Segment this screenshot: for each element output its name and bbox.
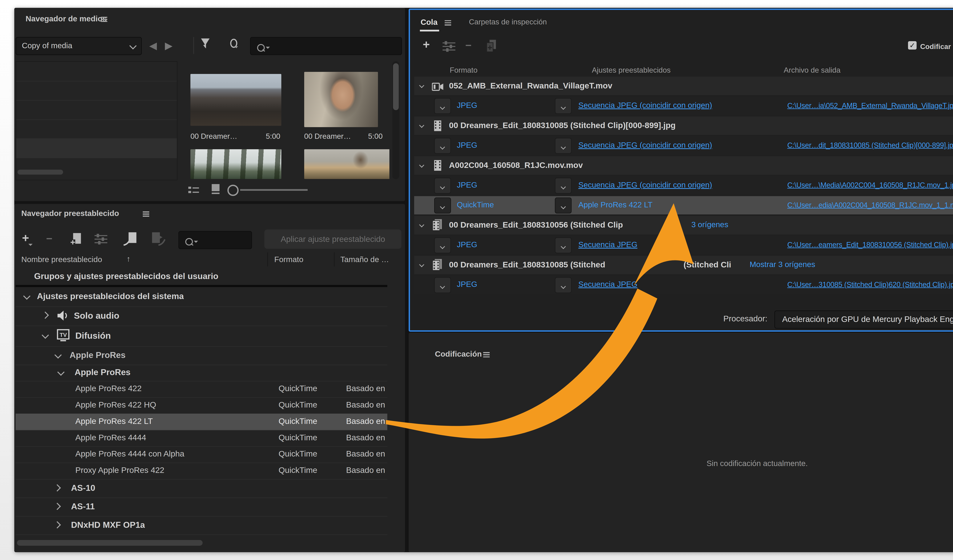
format-link[interactable]: JPEG <box>457 280 477 289</box>
add-preset-button[interactable]: + <box>22 231 29 245</box>
zoom-slider-knob[interactable] <box>227 185 239 196</box>
format-dropdown[interactable] <box>434 197 451 214</box>
preset-dropdown[interactable] <box>555 178 571 194</box>
preset-link[interactable]: Secuencia JPEG (coincidir con origen) <box>578 141 712 150</box>
sort-ascending-icon[interactable]: ↑ <box>127 254 130 264</box>
preset-dropdown[interactable] <box>555 277 571 293</box>
thumbnail-scrollbar-track[interactable] <box>392 61 399 179</box>
chevron-down-icon[interactable] <box>57 368 65 376</box>
forward-arrow-icon[interactable]: ▶ <box>165 40 172 51</box>
tab-carpetas[interactable]: Carpetas de inspección <box>469 18 547 26</box>
queue-output-row[interactable]: JPEG Secuencia JPEG (coincidir con orige… <box>414 176 953 195</box>
queue-group-row[interactable]: 00 Dreamers_Edit_1808310056 (Stitched Cl… <box>414 216 953 234</box>
sources-link[interactable]: Mostrar 3 orígenes <box>750 260 815 269</box>
apply-preset-button[interactable]: Aplicar ajuste preestablecido <box>264 230 402 249</box>
processor-select[interactable]: Aceleración por GPU de Mercury Playback … <box>775 310 953 329</box>
preset-group-apple-prores-inner[interactable]: Apple ProRes <box>16 365 387 382</box>
output-path-link[interactable]: C:\User…\Media\A002C004_160508_R1JC.mov_… <box>787 181 953 189</box>
preset-link[interactable]: Secuencia JPEG (coincidir con origen) <box>578 180 712 189</box>
queue-output-row-selected[interactable]: QuickTime Apple ProRes 422 LT C:\User…ed… <box>414 196 953 215</box>
queue-group-row[interactable]: 00 Dreamers_Edit_1808310085 (Stitched (S… <box>414 256 953 274</box>
chevron-down-icon[interactable] <box>419 83 424 88</box>
list-row[interactable] <box>16 81 177 101</box>
horizontal-scrollbar[interactable] <box>17 170 63 175</box>
add-item-button[interactable]: + <box>423 37 430 51</box>
preset-group-solo-audio[interactable]: Solo audio <box>16 306 387 326</box>
format-dropdown[interactable] <box>434 178 451 194</box>
clip-thumbnail-portrait[interactable] <box>304 72 378 127</box>
media-source-select[interactable]: Copy of media <box>16 37 142 55</box>
chevron-down-icon[interactable] <box>54 352 62 359</box>
format-dropdown[interactable] <box>434 98 451 114</box>
list-row[interactable] <box>16 119 177 139</box>
preset-link[interactable]: Secuencia JPEG <box>578 240 637 249</box>
remove-preset-button[interactable]: − <box>46 232 53 245</box>
list-view-icon[interactable] <box>188 185 200 198</box>
format-link[interactable]: JPEG <box>457 240 477 249</box>
chevron-down-icon[interactable] <box>419 163 424 168</box>
list-row[interactable] <box>16 62 177 82</box>
format-link[interactable]: JPEG <box>457 180 477 189</box>
format-dropdown[interactable] <box>434 237 451 253</box>
clip-thumbnail-desert[interactable] <box>190 74 281 126</box>
chevron-down-icon[interactable] <box>42 332 49 339</box>
panel-menu-icon[interactable] <box>101 16 107 23</box>
list-row[interactable] <box>16 100 177 120</box>
output-path-link[interactable]: C:\User…eamers_Edit_1808310056 (Stitched… <box>787 241 953 249</box>
preset-settings-icon[interactable] <box>95 233 107 248</box>
preset-link[interactable]: Apple ProRes 422 LT <box>578 200 652 209</box>
column-header-size[interactable]: Tamaño de … <box>340 255 389 264</box>
media-search-input[interactable] <box>250 37 402 55</box>
preset-row[interactable]: Apple ProRes 4444 con Alpha QuickTime Ba… <box>16 446 387 463</box>
filter-funnel-icon[interactable] <box>200 38 212 55</box>
preset-search-input[interactable] <box>178 231 252 249</box>
chevron-right-icon[interactable] <box>54 484 61 492</box>
preset-section-user[interactable]: Grupos y ajustes preestablecidos del usu… <box>16 268 387 285</box>
format-dropdown[interactable] <box>434 138 451 154</box>
preset-group-dnxhd[interactable]: DNxHD MXF OP1a <box>16 516 387 535</box>
format-link[interactable]: QuickTime <box>457 200 494 209</box>
panel-menu-icon[interactable] <box>445 19 451 26</box>
chevron-down-icon[interactable] <box>419 222 424 227</box>
preset-section-system[interactable]: Ajustes preestablecidos del sistema <box>16 287 387 307</box>
format-dropdown[interactable] <box>434 277 451 293</box>
ingest-icon[interactable] <box>230 38 241 54</box>
preset-dropdown[interactable] <box>555 98 571 114</box>
output-path-link[interactable]: C:\User…ia\052_AMB_External_Rwanda_Villa… <box>787 102 953 110</box>
queue-output-row[interactable]: JPEG Secuencia JPEG C:\User…eamers_Edit_… <box>414 236 953 254</box>
chevron-down-icon[interactable] <box>419 123 424 128</box>
output-path-link[interactable]: C:\User…edia\A002C004_160508_R1JC.mov_1_… <box>787 201 953 209</box>
preset-link[interactable]: Secuencia JPEG <box>578 280 637 289</box>
auto-encode-checkbox[interactable]: ✓ <box>908 41 917 50</box>
media-file-list[interactable] <box>16 61 177 180</box>
preset-dropdown[interactable] <box>555 237 571 253</box>
clip-thumbnail-field[interactable] <box>304 149 390 179</box>
thumbnail-view-icon[interactable] <box>211 183 221 197</box>
list-row-highlight[interactable] <box>16 138 177 158</box>
queue-group-row[interactable]: A002C004_160508_R1JC.mov.mov <box>414 156 953 175</box>
preset-dropdown[interactable] <box>555 138 571 154</box>
clip-thumbnail-trees[interactable] <box>190 149 281 179</box>
queue-output-row[interactable]: JPEG Secuencia JPEG (coincidir con orige… <box>414 136 953 155</box>
chevron-right-icon[interactable] <box>54 503 61 510</box>
panel-menu-icon[interactable] <box>143 211 149 218</box>
format-link[interactable]: JPEG <box>457 101 477 110</box>
column-header-name[interactable]: Nombre preestablecido <box>21 255 102 264</box>
preset-row[interactable]: Proxy Apple ProRes 422 QuickTime Basado … <box>16 462 387 479</box>
import-preset-icon[interactable] <box>122 231 138 249</box>
queue-settings-icon[interactable] <box>442 40 455 55</box>
preset-row[interactable]: Apple ProRes 422 QuickTime Basado en <box>16 381 387 398</box>
preset-dropdown[interactable] <box>555 197 571 214</box>
preset-group-apple-prores-outer[interactable]: Apple ProRes <box>16 346 387 365</box>
preset-row-selected[interactable]: Apple ProRes 422 LT QuickTime Basado en <box>16 414 387 431</box>
queue-group-row[interactable]: 00 Dreamers_Edit_1808310085 (Stitched Cl… <box>414 116 953 135</box>
preset-row[interactable]: Apple ProRes 422 HQ QuickTime Basado en <box>16 397 387 414</box>
back-arrow-icon[interactable]: ◀ <box>149 40 157 51</box>
new-group-icon[interactable] <box>70 232 84 249</box>
chevron-down-icon[interactable] <box>419 262 424 267</box>
tab-cola[interactable]: Cola <box>421 18 438 27</box>
export-preset-icon[interactable] <box>151 231 167 249</box>
chevron-down-icon[interactable] <box>23 292 31 300</box>
thumbnail-scrollbar-thumb[interactable] <box>393 63 399 110</box>
output-path-link[interactable]: C:\User…dit_1808310085 (Stitched Clip)[0… <box>787 141 953 149</box>
